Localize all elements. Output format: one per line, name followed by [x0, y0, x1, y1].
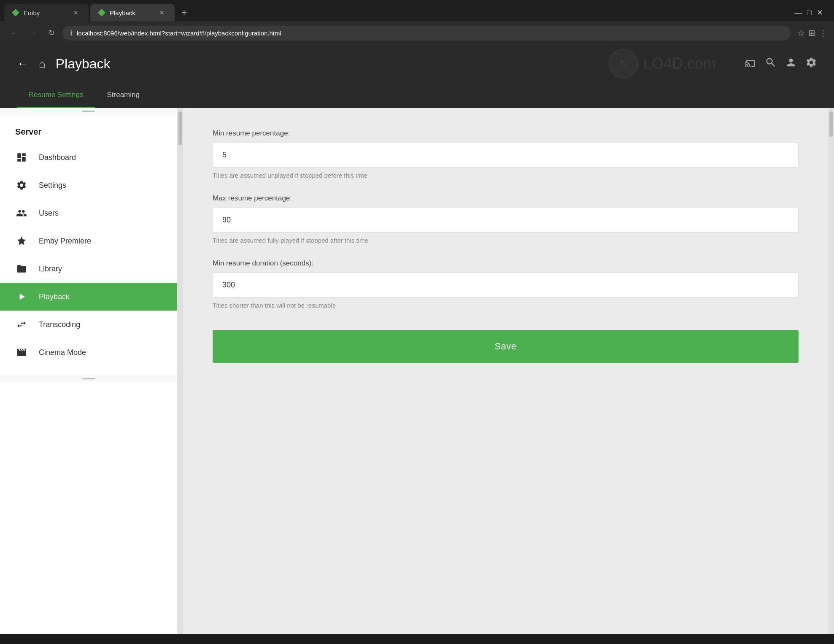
content-wrapper: Server Dashboard Settings User [0, 108, 834, 634]
window-controls: — □ ✕ [788, 4, 830, 21]
dashboard-icon [15, 151, 28, 164]
sidebar-item-settings[interactable]: Settings [0, 171, 177, 199]
playback-tab-label: Playback [110, 9, 135, 16]
settings-button[interactable] [805, 57, 817, 71]
max-resume-percentage-hint: Titles are assumed fully played if stopp… [213, 237, 799, 244]
tab-streaming[interactable]: Streaming [95, 83, 151, 108]
emby-premiere-icon [15, 235, 28, 247]
tab-resume-settings[interactable]: Resume Settings [17, 83, 95, 108]
library-label: Library [39, 265, 62, 273]
menu-icon[interactable]: ⋮ [819, 28, 827, 38]
tab-bar: Emby ✕ Playback ✕ + — □ ✕ [0, 0, 834, 21]
min-resume-percentage-hint: Titles are assumed unplayed if stopped b… [213, 172, 799, 179]
users-label: Users [39, 209, 59, 218]
scrollbar-thumb[interactable] [178, 111, 182, 145]
min-resume-duration-hint: Titles shorter than this will not be res… [213, 302, 799, 309]
app-home-button[interactable]: ⌂ [39, 57, 46, 70]
user-button[interactable] [785, 57, 797, 71]
sidebar-scroll-top [0, 108, 177, 115]
cinema-mode-label: Cinema Mode [39, 348, 86, 357]
emby-tab-close[interactable]: ✕ [71, 8, 81, 17]
bookmark-icon[interactable]: ☆ [797, 28, 805, 38]
sidebar: Server Dashboard Settings User [0, 108, 177, 634]
sidebar-item-users[interactable]: Users [0, 199, 177, 227]
browser-chrome: Emby ✕ Playback ✕ + — □ ✕ ← → ↻ ℹ ☆ ⊞ ⋮ [0, 0, 834, 45]
emby-tab-icon [12, 9, 19, 16]
search-button[interactable] [765, 57, 777, 71]
address-bar[interactable]: ℹ [62, 26, 791, 41]
max-resume-percentage-label: Max resume percentage: [213, 194, 799, 203]
main-content: Min resume percentage: Titles are assume… [183, 108, 828, 634]
min-resume-percentage-input[interactable] [213, 143, 799, 168]
transcoding-label: Transcoding [39, 320, 80, 329]
min-resume-duration-input[interactable] [213, 273, 799, 298]
playback-tab-close[interactable]: ✕ [157, 8, 167, 17]
sidebar-section-title: Server [0, 115, 177, 143]
new-tab-button[interactable]: + [176, 5, 192, 20]
extensions-icon[interactable]: ⊞ [808, 28, 815, 38]
app-area: ← ⌂ Playback ↻ LO4D.com [0, 45, 834, 634]
min-resume-percentage-label: Min resume percentage: [213, 129, 799, 138]
emby-premiere-label: Emby Premiere [39, 237, 91, 246]
sidebar-item-dashboard[interactable]: Dashboard [0, 143, 177, 171]
sidebar-scroll-bottom [0, 375, 177, 382]
app-page-title: Playback [56, 56, 111, 72]
forward-nav-button[interactable]: → [25, 25, 40, 41]
main-scrollbar-thumb[interactable] [829, 111, 833, 137]
playback-tab-icon [98, 9, 105, 16]
app-back-button[interactable]: ← [17, 57, 29, 70]
address-bar-row: ← → ↻ ℹ ☆ ⊞ ⋮ [0, 21, 834, 45]
back-nav-button[interactable]: ← [7, 25, 22, 41]
reload-button[interactable]: ↻ [44, 25, 59, 41]
info-icon: ℹ [70, 29, 73, 37]
min-resume-duration-label: Min resume duration (seconds): [213, 259, 799, 268]
users-icon [15, 207, 28, 219]
settings-nav-icon [15, 179, 28, 192]
settings-nav-label: Settings [39, 181, 66, 190]
app-header: ← ⌂ Playback ↻ LO4D.com [0, 45, 834, 83]
close-button[interactable]: ✕ [817, 8, 823, 17]
main-scrollbar[interactable] [828, 108, 834, 634]
address-input[interactable] [77, 30, 783, 37]
max-resume-percentage-input[interactable] [213, 208, 799, 233]
sidebar-scrollbar[interactable] [177, 108, 183, 634]
min-resume-duration-group: Min resume duration (seconds): Titles sh… [213, 259, 799, 309]
minimize-button[interactable]: — [794, 8, 802, 17]
sidebar-item-library[interactable]: Library [0, 255, 177, 283]
sidebar-item-cinema-mode[interactable]: Cinema Mode [0, 338, 177, 366]
tab-emby[interactable]: Emby ✕ [4, 4, 89, 21]
save-button[interactable]: Save [213, 330, 799, 363]
cast-button[interactable] [745, 57, 756, 71]
transcoding-icon [15, 318, 28, 331]
library-icon [15, 262, 28, 275]
app-sub-tabs: Resume Settings Streaming [0, 83, 834, 108]
min-resume-percentage-group: Min resume percentage: Titles are assume… [213, 129, 799, 179]
sidebar-item-transcoding[interactable]: Transcoding [0, 311, 177, 338]
max-resume-percentage-group: Max resume percentage: Titles are assume… [213, 194, 799, 244]
maximize-button[interactable]: □ [807, 8, 812, 17]
sidebar-item-emby-premiere[interactable]: Emby Premiere [0, 227, 177, 255]
dashboard-label: Dashboard [39, 153, 76, 162]
playback-nav-label: Playback [39, 292, 70, 301]
watermark: ↻ LO4D.com [609, 49, 716, 78]
emby-tab-label: Emby [24, 9, 40, 16]
playback-nav-icon [15, 290, 28, 303]
sidebar-item-playback[interactable]: Playback [0, 283, 177, 311]
tab-playback[interactable]: Playback ✕ [90, 4, 175, 21]
cinema-mode-icon [15, 346, 28, 359]
header-actions [745, 57, 817, 71]
